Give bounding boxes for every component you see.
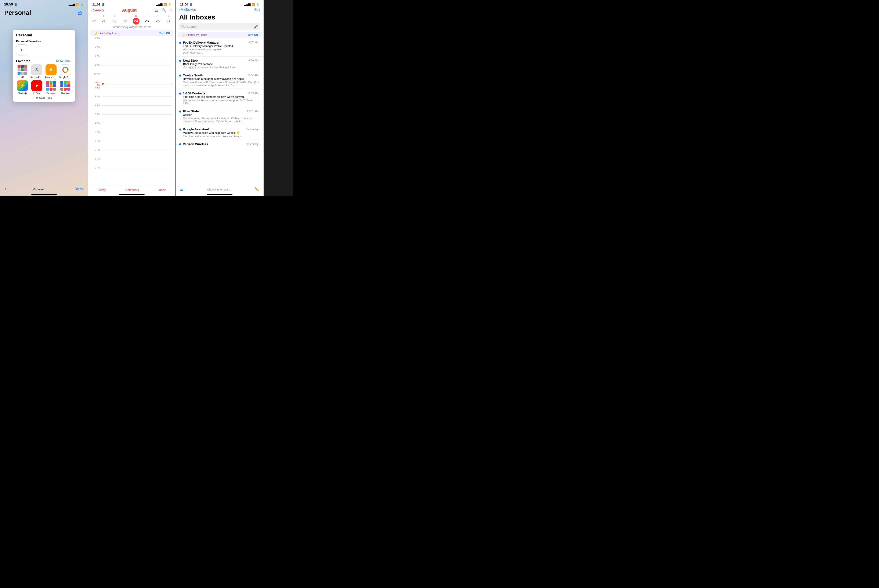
shortcuts-icon: ⚡ xyxy=(17,80,28,91)
wifi-icon: 📶 xyxy=(76,3,79,6)
mail-search-box[interactable]: 🔍 Search 🎤 xyxy=(179,23,260,30)
unread-dot xyxy=(179,129,181,130)
add-event-icon[interactable]: + xyxy=(170,8,172,13)
day-26[interactable]: 26 xyxy=(154,18,161,24)
search-cal-icon[interactable]: 🔍 xyxy=(162,8,166,13)
add-tab-button[interactable]: + xyxy=(4,186,7,192)
chevron-right-icon: › xyxy=(260,128,260,131)
time-verizon: Yesterday xyxy=(246,142,258,146)
chevron-right-icon: › xyxy=(260,142,260,146)
mail-time: 11:00 xyxy=(180,3,188,6)
mail-item-nextstop[interactable]: Next Stop 8:59 AM › 🗺 All things Yellows… xyxy=(176,57,264,71)
preview-twelvesouth: Can't see this email? View in Your Brows… xyxy=(183,81,260,87)
safari-status-icons: ▂▄▆ 📶 🔋 xyxy=(69,3,84,6)
safari-share-button[interactable] xyxy=(76,9,84,16)
mail-turn-off-button[interactable]: Turn Off xyxy=(248,33,258,36)
time-fedex: 9:07 AM xyxy=(248,41,258,44)
cal-wifi-icon: 📶 xyxy=(164,3,167,6)
fav-label-youtube: YouTube xyxy=(33,92,41,94)
mail-edit-button[interactable]: Edit xyxy=(254,8,260,12)
favorites-grid-row2: ⚡ Shortcuts YouTube xyxy=(16,80,72,94)
mail-item-verizon[interactable]: Verizon Wireless Yesterday › xyxy=(176,140,264,148)
label-10am: 10 AM xyxy=(92,72,102,75)
fav-item-blogging[interactable]: Blogging xyxy=(59,80,72,94)
fav-item-shortcuts[interactable]: ⚡ Shortcuts xyxy=(16,80,29,94)
mail-filter-icon[interactable]: ☰ xyxy=(180,187,183,192)
back-to-mailboxes-button[interactable]: ‹ Mailboxes xyxy=(179,8,196,12)
label-7am: 7 AM xyxy=(92,46,102,48)
day-24-today[interactable]: 24 xyxy=(133,18,140,24)
fav-item-freelance[interactable]: Freelance xyxy=(45,80,58,94)
mail-item-google-assistant[interactable]: Google Assistant Yesterday › Matthew, ge… xyxy=(176,125,264,140)
cal-signal-icon: ▂▄▆ xyxy=(156,3,162,6)
mail-battery-icon: 🔋 xyxy=(256,3,260,6)
subject-nextstop: 🗺 All things Yellowstone xyxy=(183,63,260,66)
unread-dot xyxy=(179,93,181,94)
gphotos-icon xyxy=(60,64,71,75)
tab-inbox[interactable]: Inbox xyxy=(158,188,165,192)
label-9am: 9 AM xyxy=(92,63,102,66)
fav-item-kindle[interactable]: S Send to Kindle xyxy=(30,64,43,78)
show-less-button[interactable]: Show Less ↓ xyxy=(56,59,72,63)
fav-item-amazon[interactable]: A Amazon.com: Wall Adapter... xyxy=(45,64,57,78)
favorites-header: Favorites Show Less ↓ xyxy=(16,59,72,63)
cal-person-icon: 👤 xyxy=(102,3,105,6)
done-button[interactable]: Done xyxy=(75,187,84,191)
label-7pm: 7 PM xyxy=(92,148,102,151)
label-noon: Noon xyxy=(92,86,102,89)
label-6am: 6 AM xyxy=(92,37,102,39)
mail-item-twelvesouth[interactable]: Twelve South 8:54 AM › HoverBar Duo (2nd… xyxy=(176,71,264,89)
home-indicator-safari xyxy=(32,194,57,195)
compose-button[interactable]: ✏️ xyxy=(255,187,260,192)
day-22[interactable]: 22 xyxy=(111,18,118,24)
bookmark-sheet: Personal Personal Favorites + Favorites … xyxy=(13,30,75,102)
tab-calendars[interactable]: Calendars xyxy=(125,188,139,192)
label-1pm: 1 PM xyxy=(92,95,102,98)
mail-item-fedex[interactable]: FedEx Delivery Manager 9:07 AM › FedEx D… xyxy=(176,39,264,57)
subject-google-assistant: Matthew, get outside with help from Goog… xyxy=(183,131,260,134)
chevron-right-icon: › xyxy=(260,74,260,77)
mail-panel: 11:00 👤 ▂▄▆ 📶 🔋 ‹ Mailboxes Edit All Inb… xyxy=(176,0,264,196)
tab-today[interactable]: Today xyxy=(98,188,106,192)
fav-label-amazon: Amazon.com: Wall Adapter... xyxy=(45,76,57,78)
back-to-search-button[interactable]: ‹ Search xyxy=(92,9,104,12)
fav-item-vr[interactable]: VR xyxy=(16,64,28,78)
time-5pm: 5 PM xyxy=(88,131,176,140)
label-5pm: 5 PM xyxy=(92,131,102,134)
list-view-icon[interactable]: ☰ xyxy=(155,8,158,13)
turn-off-focus-button[interactable]: Turn Off xyxy=(159,32,170,35)
day-25[interactable]: 25 xyxy=(144,18,150,24)
sender-contacts: 1-800 Contacts xyxy=(183,92,206,95)
microphone-icon[interactable]: 🎤 xyxy=(254,24,258,28)
time-nextstop: 8:59 AM xyxy=(248,59,258,62)
remaining-space xyxy=(264,0,293,196)
sheet-title: Personal xyxy=(16,33,72,38)
mail-focus-label: Filtered by Focus xyxy=(186,33,207,36)
safari-person-icon: 👤 xyxy=(14,3,17,6)
start-page[interactable]: ★ Start Page xyxy=(16,96,72,99)
home-indicator-mail xyxy=(207,194,232,195)
fav-item-gphotos[interactable]: Google Photos 'Memories' c... xyxy=(59,64,72,78)
preview-fedex: We have received your requestDear Matthe… xyxy=(183,48,260,54)
day-21[interactable]: 21 xyxy=(100,18,107,24)
fav-item-youtube[interactable]: YouTube xyxy=(30,80,43,94)
time-noon: Noon xyxy=(88,86,176,95)
tab-switcher-button[interactable]: Personal ⌄ xyxy=(33,187,49,191)
safari-time: 10:59 xyxy=(4,3,13,6)
time-4pm: 4 PM xyxy=(88,122,176,131)
fav-label-kindle: Send to Kindle xyxy=(30,76,43,78)
subject-contacts: First time ordering contacts online? We'… xyxy=(183,95,260,98)
mail-item-contacts[interactable]: 1-800 Contacts 8:33 AM › First time orde… xyxy=(176,89,264,107)
fav-label-vr: VR xyxy=(21,76,24,78)
day-s2: S xyxy=(163,14,174,17)
unread-dot xyxy=(179,60,181,62)
label-9pm: 9 PM xyxy=(92,166,102,169)
time-6pm: 6 PM xyxy=(88,140,176,148)
day-27[interactable]: 27 xyxy=(165,18,172,24)
label-8am: 8 AM xyxy=(92,55,102,57)
unread-dot xyxy=(179,143,181,146)
add-personal-favorite-button[interactable]: + xyxy=(16,45,27,56)
mail-item-flowstate[interactable]: Flow State 12:01 AM › Colleen Good morni… xyxy=(176,107,264,125)
day-23[interactable]: 23 xyxy=(122,18,129,24)
mail-signal-icon: ▂▄▆ xyxy=(244,3,250,6)
